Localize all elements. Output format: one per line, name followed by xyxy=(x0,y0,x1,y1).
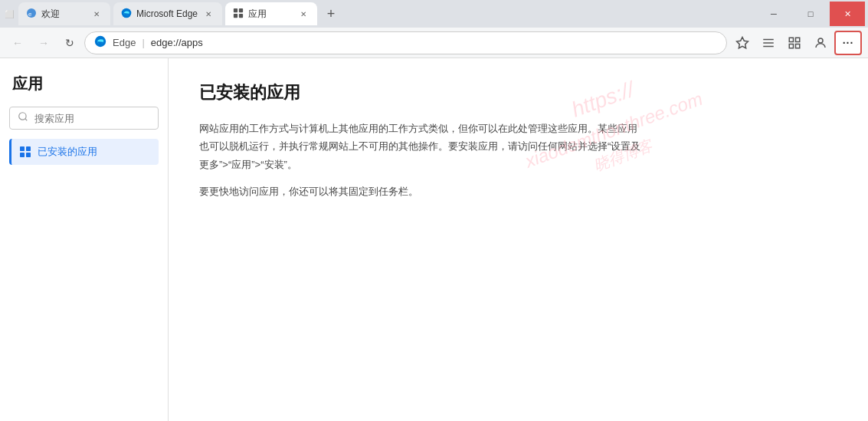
svg-point-14 xyxy=(19,113,26,120)
tab-edge-label: Microsoft Edge xyxy=(136,8,198,19)
address-bar-url: edge://apps xyxy=(151,37,203,48)
svg-rect-9 xyxy=(789,38,793,41)
title-bar: ⬜ e 欢迎 ✕ Microsoft Edge ✕ xyxy=(0,0,868,28)
more-menu-dots: ··· xyxy=(843,37,854,49)
svg-rect-18 xyxy=(26,153,31,157)
svg-rect-15 xyxy=(20,146,25,151)
tab-apps-close[interactable]: ✕ xyxy=(297,8,310,20)
toolbar-icons: ··· xyxy=(730,31,862,55)
svg-rect-3 xyxy=(234,8,237,12)
svg-rect-5 xyxy=(234,13,237,17)
content-description-1: 网站应用的工作方式与计算机上其他应用的工作方式类似，但你可以在此处管理这些应用。… xyxy=(199,120,644,173)
new-tab-button[interactable]: + xyxy=(320,3,342,25)
maximize-button[interactable]: □ xyxy=(793,2,828,26)
tab-welcome-favicon: e xyxy=(26,8,37,21)
more-menu-button[interactable]: ··· xyxy=(834,31,862,55)
svg-marker-8 xyxy=(737,37,748,48)
forward-button[interactable]: → xyxy=(32,31,55,54)
favorites-list-button[interactable] xyxy=(756,31,781,55)
svg-point-13 xyxy=(818,38,823,43)
tab-welcome-close[interactable]: ✕ xyxy=(90,8,103,20)
tab-apps-favicon xyxy=(233,8,244,21)
window-controls: ─ □ ✕ xyxy=(756,2,865,26)
tab-apps[interactable]: 应用 ✕ xyxy=(225,2,317,25)
collections-button[interactable] xyxy=(782,31,807,55)
tab-edge-favicon xyxy=(121,8,132,21)
sidebar-item-installed-apps[interactable]: 已安装的应用 xyxy=(9,139,159,165)
svg-rect-6 xyxy=(239,13,243,17)
back-button[interactable]: ← xyxy=(6,31,29,54)
svg-text:e: e xyxy=(28,11,32,18)
tab-welcome-label: 欢迎 xyxy=(41,8,60,21)
search-icon xyxy=(18,111,28,125)
tabs-container: ⬜ e 欢迎 ✕ Microsoft Edge ✕ xyxy=(3,2,755,25)
refresh-button[interactable]: ↻ xyxy=(58,31,81,54)
minimize-button[interactable]: ─ xyxy=(756,2,791,26)
svg-rect-16 xyxy=(26,146,31,151)
svg-rect-4 xyxy=(239,8,243,12)
tab-apps-label: 应用 xyxy=(248,8,267,21)
tab-edge-close[interactable]: ✕ xyxy=(202,8,215,20)
tab-welcome[interactable]: e 欢迎 ✕ xyxy=(18,2,110,25)
sidebar-title: 应用 xyxy=(9,74,159,94)
svg-rect-11 xyxy=(789,44,793,48)
profile-button[interactable] xyxy=(808,31,833,55)
window-snap-button[interactable]: ⬜ xyxy=(3,8,15,20)
sidebar: 应用 已安装的应用 xyxy=(0,58,169,421)
search-input[interactable] xyxy=(34,113,150,124)
svg-rect-17 xyxy=(20,153,25,157)
content-title: 已安装的应用 xyxy=(199,81,837,104)
favorites-button[interactable] xyxy=(730,31,755,55)
main-content: 应用 已安装的应用 已安装的应用 xyxy=(0,58,868,421)
sidebar-item-installed-apps-label: 已安装的应用 xyxy=(38,145,97,159)
address-bar-edge-text: Edge xyxy=(113,37,136,48)
search-box[interactable] xyxy=(9,107,159,130)
address-bar-divider: | xyxy=(142,37,144,48)
address-bar-row: ← → ↻ Edge | edge://apps xyxy=(0,28,868,58)
close-button[interactable]: ✕ xyxy=(830,2,865,26)
address-bar-edge-logo xyxy=(94,35,106,50)
svg-rect-10 xyxy=(796,38,800,41)
tab-microsoft-edge[interactable]: Microsoft Edge ✕ xyxy=(113,2,222,25)
content-area: 已安装的应用 网站应用的工作方式与计算机上其他应用的工作方式类似，但你可以在此处… xyxy=(169,58,868,421)
svg-rect-12 xyxy=(796,44,800,48)
installed-apps-icon xyxy=(19,146,31,158)
content-description-2: 要更快地访问应用，你还可以将其固定到任务栏。 xyxy=(199,183,644,200)
address-bar[interactable]: Edge | edge://apps xyxy=(84,31,727,54)
